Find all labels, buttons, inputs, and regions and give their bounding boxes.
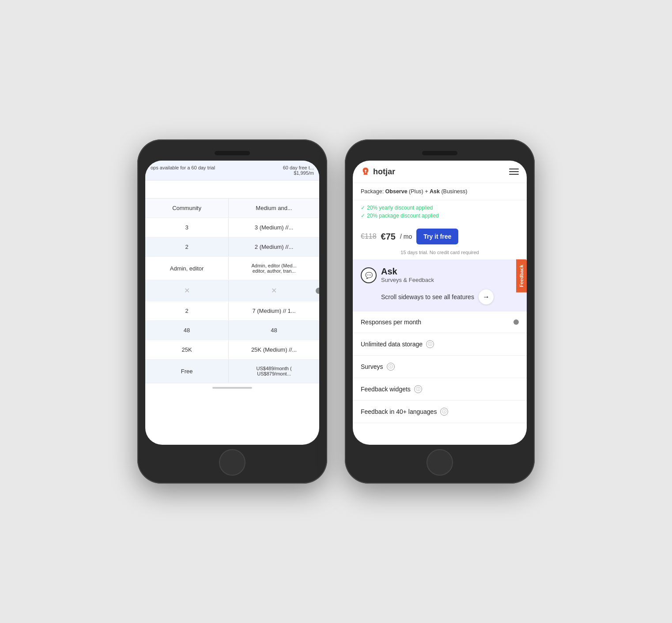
speech-bubble-icon: 💬 bbox=[365, 272, 373, 279]
ask-section: 💬 Ask Surveys & Feedback Scroll sideways… bbox=[353, 259, 527, 312]
drag-dot bbox=[316, 288, 319, 294]
feature-surveys-text: Surveys bbox=[361, 363, 383, 370]
price-unit: / mo bbox=[400, 233, 412, 240]
discount-package: ✓ 20% package discount applied bbox=[361, 213, 519, 219]
table-row: 2 2 (Medium) //... bbox=[145, 237, 319, 257]
left-phone-speaker bbox=[215, 151, 250, 155]
checkmark-1: ✓ bbox=[361, 205, 365, 211]
hamburger-line-2 bbox=[509, 171, 519, 172]
cross-icon-left: ✕ bbox=[184, 286, 190, 295]
ask-icon-circle: 💬 bbox=[361, 267, 377, 283]
feature-feedback-languages: Feedback in 40+ languages ⓘ bbox=[353, 401, 527, 423]
surveys-info-icon[interactable]: ⓘ bbox=[387, 363, 395, 371]
trial-note: 15 days trial. No credit card required bbox=[353, 250, 527, 259]
ask-subtitle: Surveys & Feedback bbox=[381, 277, 519, 283]
left-phone-screen: ops available for a 60 day trial 60 day … bbox=[145, 161, 319, 445]
feature-storage: Unlimited data storage ⓘ bbox=[353, 333, 527, 356]
feature-feedback-widgets: Feedback widgets ⓘ bbox=[353, 378, 527, 401]
header-medium: Medium and... bbox=[229, 199, 319, 218]
price-row: €118 €75 / mo Try it free bbox=[353, 223, 527, 250]
ask-title: Ask bbox=[381, 266, 519, 277]
scroll-arrow-button[interactable]: → bbox=[479, 289, 494, 304]
table-row: 25K 25K (Medium) //... bbox=[145, 340, 319, 360]
table-row: 3 3 (Medium) //... bbox=[145, 218, 319, 237]
phones-container: ops available for a 60 day trial 60 day … bbox=[137, 139, 535, 484]
feature-responses: Responses per month bbox=[353, 312, 527, 333]
feature-surveys: Surveys ⓘ bbox=[353, 356, 527, 378]
languages-info-icon[interactable]: ⓘ bbox=[440, 408, 448, 416]
cell-left-4: 2 bbox=[145, 301, 229, 320]
right-phone: hotjar Package: Observe (Plus) + Ask (Bu… bbox=[345, 139, 535, 484]
table-row: ✕ ✕ bbox=[145, 280, 319, 301]
discount-yearly: ✓ 20% yearly discount applied bbox=[361, 205, 519, 211]
package-bar: Package: Observe (Plus) + Ask (Business) bbox=[353, 183, 527, 200]
left-home-button[interactable] bbox=[219, 449, 245, 476]
storage-info-icon[interactable]: ⓘ bbox=[426, 340, 434, 348]
package-label: Package: bbox=[361, 188, 385, 195]
top-bar-left: ops available for a 60 day trial bbox=[151, 165, 215, 176]
cell-right-3: ✕ bbox=[229, 280, 319, 301]
package-observe: Observe bbox=[385, 188, 408, 195]
feature-list: Responses per month Unlimited data stora… bbox=[353, 312, 527, 423]
feedback-widgets-info-icon[interactable]: ⓘ bbox=[414, 385, 422, 393]
gap-row bbox=[145, 180, 319, 198]
right-phone-speaker bbox=[422, 151, 457, 155]
header-community: Community bbox=[145, 199, 229, 218]
scroll-indicator-area bbox=[145, 383, 319, 392]
table-row: 48 48 bbox=[145, 321, 319, 340]
feature-feedback-languages-text: Feedback in 40+ languages bbox=[361, 408, 437, 415]
cross-icon-right: ✕ bbox=[271, 286, 277, 295]
price-original: €118 bbox=[361, 233, 377, 240]
cell-right-6: 25K (Medium) //... bbox=[229, 340, 319, 359]
scroll-sideways-text: Scroll sideways to see all features bbox=[381, 293, 474, 300]
top-bar-right: 60 day free t...$1,995/m bbox=[283, 165, 314, 176]
table-row: 2 7 (Medium) // 1... bbox=[145, 301, 319, 321]
hamburger-menu[interactable] bbox=[509, 169, 519, 175]
cell-right-1: 2 (Medium) //... bbox=[229, 237, 319, 256]
feature-storage-text: Unlimited data storage bbox=[361, 341, 423, 348]
cell-left-3: ✕ bbox=[145, 280, 229, 301]
cell-left-6: 25K bbox=[145, 340, 229, 359]
feature-responses-text: Responses per month bbox=[361, 319, 421, 326]
cell-left-7: Free bbox=[145, 360, 229, 383]
package-observe-plan: (Plus) + bbox=[409, 188, 430, 195]
responses-dot bbox=[513, 319, 519, 325]
checkmark-2: ✓ bbox=[361, 213, 365, 219]
table-row: Free US$489/month (US$879/mont... bbox=[145, 360, 319, 383]
scroll-bar bbox=[212, 387, 252, 389]
discount-yearly-text: 20% yearly discount applied bbox=[367, 205, 433, 211]
cell-left-5: 48 bbox=[145, 321, 229, 340]
ask-content: Ask Surveys & Feedback Scroll sideways t… bbox=[381, 266, 519, 304]
hotjar-logo-text: hotjar bbox=[373, 167, 395, 176]
cell-right-7: US$489/month (US$879/mont... bbox=[229, 360, 319, 383]
table-header-row: Community Medium and... bbox=[145, 199, 319, 218]
hotjar-logo: hotjar bbox=[361, 167, 395, 176]
discounts-section: ✓ 20% yearly discount applied ✓ 20% pack… bbox=[353, 200, 527, 223]
left-top-bar: ops available for a 60 day trial 60 day … bbox=[145, 161, 319, 180]
cell-left-2: Admin, editor bbox=[145, 257, 229, 280]
cell-right-2: Admin, editor (Med...editor, author, tra… bbox=[229, 257, 319, 280]
feedback-tab-text: Feedback bbox=[519, 265, 524, 287]
cell-right-5: 48 bbox=[229, 321, 319, 340]
cell-left-1: 2 bbox=[145, 237, 229, 256]
try-it-free-button[interactable]: Try it free bbox=[416, 229, 458, 244]
cell-left-0: 3 bbox=[145, 218, 229, 237]
hamburger-line-3 bbox=[509, 174, 519, 175]
right-phone-screen: hotjar Package: Observe (Plus) + Ask (Bu… bbox=[353, 161, 527, 445]
package-ask-plan: (Business) bbox=[441, 188, 467, 195]
hotjar-logo-icon bbox=[361, 167, 370, 176]
feature-feedback-widgets-text: Feedback widgets bbox=[361, 386, 411, 393]
discount-package-text: 20% package discount applied bbox=[367, 213, 439, 219]
table-row: Admin, editor Admin, editor (Med...edito… bbox=[145, 257, 319, 280]
price-current: €75 bbox=[381, 232, 396, 242]
right-home-button[interactable] bbox=[427, 449, 453, 476]
scroll-sideways: Scroll sideways to see all features → bbox=[381, 289, 519, 304]
cell-right-4: 7 (Medium) // 1... bbox=[229, 301, 319, 320]
package-ask: Ask bbox=[430, 188, 440, 195]
hotjar-header: hotjar bbox=[353, 161, 527, 183]
left-phone: ops available for a 60 day trial 60 day … bbox=[137, 139, 327, 484]
feedback-tab[interactable]: Feedback bbox=[516, 259, 527, 293]
hamburger-line-1 bbox=[509, 169, 519, 169]
cell-right-0: 3 (Medium) //... bbox=[229, 218, 319, 237]
